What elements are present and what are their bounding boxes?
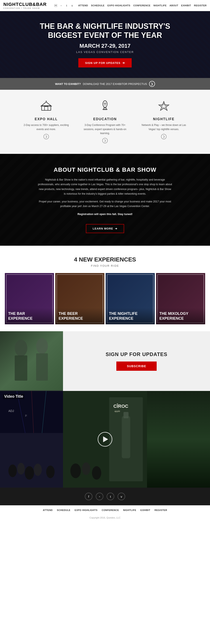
play-icon bbox=[103, 436, 108, 442]
svg-rect-17 bbox=[36, 353, 48, 381]
main-nav: ATTEND SCHEDULE EXPO HIGHLIGHTS CONFEREN… bbox=[78, 4, 207, 7]
footer-nav: ATTEND SCHEDULE EXPO HIGHLIGHTS CONFEREN… bbox=[0, 505, 210, 515]
education-icon bbox=[99, 100, 111, 114]
experience-nightlife-label: THE NIGHTLIFEEXPERIENCE bbox=[106, 308, 155, 324]
footer-social: f ▫ t v bbox=[0, 488, 210, 505]
footer-instagram-icon[interactable]: ▫ bbox=[96, 493, 103, 500]
nightlife-desc: Network & Play – we throw down at Las Ve… bbox=[141, 123, 187, 131]
exhibit-cta-button[interactable]: ❯ bbox=[149, 81, 155, 87]
svg-text:CÎROC: CÎROC bbox=[113, 404, 128, 409]
site-header: NIGHTCLUB&BAR CONVENTION / TRADE SHOW  … bbox=[0, 0, 210, 11]
nav-schedule[interactable]: SCHEDULE bbox=[91, 4, 105, 7]
svg-rect-19 bbox=[0, 433, 63, 488]
svg-point-5 bbox=[46, 101, 47, 102]
svg-point-25 bbox=[8, 464, 17, 477]
svg-point-15 bbox=[36, 338, 48, 354]
experience-mixology[interactable]: THE MIXOLOGYEXPERIENCE bbox=[155, 272, 206, 325]
experiences-subtitle: FIND YOUR RIDE bbox=[4, 264, 206, 267]
nav-attend[interactable]: ATTEND bbox=[78, 4, 88, 7]
feature-education: EDUCATION 3-Day Conference Program with … bbox=[82, 100, 128, 143]
nightlife-title: NIGHTLIFE bbox=[153, 117, 175, 121]
instagram-icon[interactable]: ▫ bbox=[59, 4, 63, 7]
hero-section: THE BAR & NIGHTLIFE INDUSTRY'S BIGGEST E… bbox=[0, 11, 210, 78]
nav-expo[interactable]: EXPO HIGHLIGHTS bbox=[108, 4, 130, 7]
svg-rect-35 bbox=[124, 412, 129, 418]
about-cta-label: LEARN MORE bbox=[93, 227, 113, 230]
footer-nav-exhibit[interactable]: EXHIBIT bbox=[141, 509, 150, 511]
signup-section: SIGN UP FOR UPDATES SUBSCRIBE bbox=[0, 331, 210, 391]
nightlife-icon bbox=[158, 100, 170, 114]
svg-marker-11 bbox=[159, 102, 169, 110]
about-title: ABOUT NIGHTCLUB & BAR SHOW bbox=[21, 166, 189, 173]
svg-rect-8 bbox=[103, 109, 107, 110]
signup-decorative-image bbox=[0, 331, 63, 390]
footer-nav-expo[interactable]: EXPO HIGHLIGHTS bbox=[75, 509, 97, 511]
nightlife-link[interactable]: ❯ bbox=[161, 134, 167, 139]
vimeo-icon[interactable]: v bbox=[70, 4, 74, 7]
features-section: EXPO HALL 2-Day access to 700+ suppliers… bbox=[0, 90, 210, 154]
video-title: Video Title bbox=[3, 394, 24, 399]
about-body1: Nightclub & Bar Show is the nation's mos… bbox=[38, 178, 172, 196]
footer-facebook-icon[interactable]: f bbox=[85, 493, 92, 500]
video-section: Video Title ADJ p: bbox=[0, 391, 210, 488]
hero-date: MARCH 27-29, 2017 bbox=[31, 43, 179, 49]
education-title: EDUCATION bbox=[93, 117, 117, 121]
footer-twitter-icon[interactable]: t bbox=[107, 493, 114, 500]
experience-nightlife[interactable]: THE NIGHTLIFEEXPERIENCE bbox=[105, 272, 155, 325]
about-bold-line: Registration will open this fall. Stay t… bbox=[38, 212, 172, 216]
svg-rect-2 bbox=[44, 106, 48, 110]
experience-bar[interactable]: THE BAREXPERIENCE bbox=[4, 272, 55, 325]
exhibit-banner: WANT TO EXHIBIT? DOWNLOAD THE 2017 EXHIB… bbox=[0, 78, 210, 90]
footer-vimeo-icon[interactable]: v bbox=[118, 493, 125, 500]
facebook-icon[interactable]:  bbox=[54, 4, 57, 7]
feature-nightlife: NIGHTLIFE Network & Play – we throw down… bbox=[141, 100, 187, 143]
svg-point-38 bbox=[92, 466, 101, 480]
nav-conference[interactable]: CONFERENCE bbox=[133, 4, 151, 7]
hero-cta-button[interactable]: SIGN UP FOR UPDATES ➜ bbox=[78, 58, 131, 68]
hero-venue: LAS VEGAS CONVENTION CENTER bbox=[31, 50, 179, 54]
hero-cta-label: SIGN UP FOR UPDATES bbox=[85, 61, 120, 64]
footer-nav-register[interactable]: REGISTER bbox=[155, 509, 167, 511]
svg-text:p:: p: bbox=[25, 414, 27, 417]
svg-text:ADJ: ADJ bbox=[8, 409, 14, 412]
twitter-icon[interactable]: t bbox=[65, 4, 68, 7]
logo: NIGHTCLUB&BAR CONVENTION / TRADE SHOW bbox=[3, 2, 47, 9]
nav-about[interactable]: ABOUT bbox=[170, 4, 178, 7]
footer-nav-nightlife[interactable]: NIGHTLIFE bbox=[123, 509, 136, 511]
experiences-title: 4 NEW EXPERIENCES bbox=[4, 256, 206, 263]
svg-point-29 bbox=[46, 466, 55, 478]
video-right-bg: CÎROC apple bbox=[63, 391, 210, 488]
svg-point-36 bbox=[70, 464, 81, 478]
expo-hall-link[interactable]: ❯ bbox=[43, 134, 49, 139]
experience-beer-label: THE BEEREXPERIENCE bbox=[55, 308, 104, 324]
nav-exhibit[interactable]: EXHIBIT bbox=[181, 4, 191, 7]
hero-content: THE BAR & NIGHTLIFE INDUSTRY'S BIGGEST E… bbox=[31, 22, 179, 68]
logo-subtitle: CONVENTION / TRADE SHOW bbox=[3, 7, 47, 9]
video-play-button[interactable] bbox=[98, 432, 112, 447]
exhibit-prefix: WANT TO EXHIBIT? bbox=[55, 82, 81, 86]
svg-rect-34 bbox=[122, 416, 130, 458]
signup-image bbox=[0, 331, 63, 391]
expo-hall-icon bbox=[40, 100, 52, 114]
hero-cta-arrow-icon: ➜ bbox=[122, 61, 125, 64]
education-link[interactable]: ❯ bbox=[102, 138, 108, 143]
experience-beer[interactable]: THE BEEREXPERIENCE bbox=[55, 272, 105, 325]
nav-register[interactable]: REGISTER bbox=[194, 4, 207, 7]
subscribe-button[interactable]: SUBSCRIBE bbox=[116, 362, 157, 371]
education-desc: 3-Day Conference Program with 70+ sessio… bbox=[82, 123, 128, 135]
svg-point-37 bbox=[82, 462, 90, 475]
footer-nav-attend[interactable]: ATTEND bbox=[43, 509, 53, 511]
svg-point-28 bbox=[34, 464, 42, 476]
svg-rect-13 bbox=[0, 331, 63, 390]
about-cta-arrow-icon: ➜ bbox=[115, 227, 117, 230]
svg-marker-3 bbox=[46, 103, 47, 104]
footer-copyright: Copyright 2016, Questex, LLC bbox=[0, 515, 210, 520]
subscribe-label: SUBSCRIBE bbox=[127, 364, 146, 368]
footer-nav-schedule[interactable]: SCHEDULE bbox=[57, 509, 71, 511]
about-learn-more-button[interactable]: LEARN MORE ➜ bbox=[86, 224, 124, 233]
video-player[interactable]: ADJ p: CÎROC apple bbox=[0, 391, 210, 488]
footer-nav-conference[interactable]: CONFERENCE bbox=[102, 509, 119, 511]
svg-point-14 bbox=[15, 340, 27, 356]
about-body2: Propel your career, your business, your … bbox=[38, 199, 172, 209]
nav-nightlife[interactable]: NIGHTLIFE bbox=[154, 4, 167, 7]
